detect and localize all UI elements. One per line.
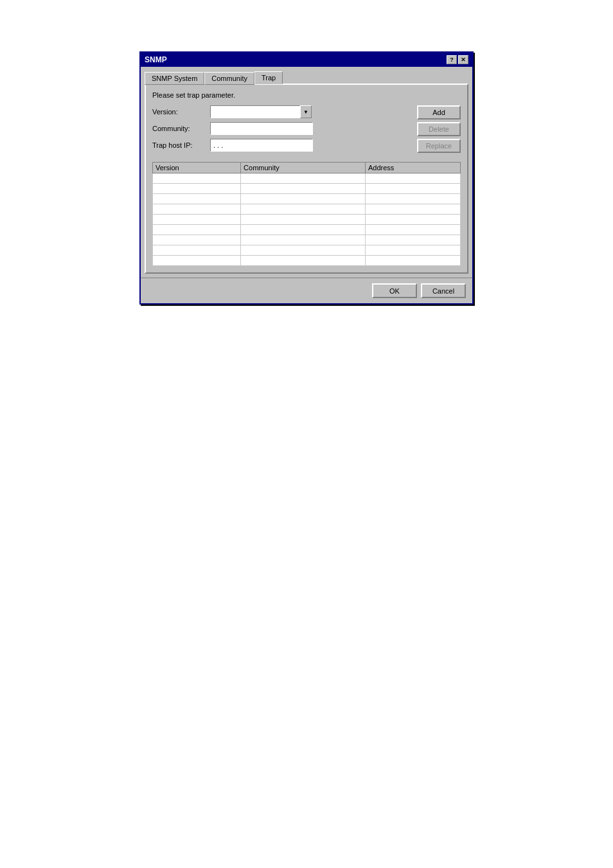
table-row[interactable] [153,184,461,194]
trap-host-label: Trap host IP: [152,141,210,149]
tab-bar: SNMP System Community Trap [145,71,468,84]
snmp-dialog: SNMP ? ✕ SNMP System Community Trap Plea… [139,51,474,305]
version-dropdown-arrow[interactable]: ▼ [300,105,312,118]
col-version: Version [153,163,241,173]
tab-snmp-system[interactable]: SNMP System [145,72,204,85]
ok-button[interactable]: OK [372,283,417,298]
table-header-row: Version Community Address [153,163,461,173]
buttons-section: Add Delete Replace [417,105,461,155]
trap-host-row: Trap host IP: . . . [152,139,411,152]
title-bar: SNMP ? ✕ [141,53,472,67]
instruction-text: Please set trap parameter. [152,91,461,99]
trap-host-ip-input[interactable]: . . . [210,139,313,152]
table-row[interactable] [153,245,461,256]
table-row[interactable] [153,173,461,184]
title-bar-controls: ? ✕ [447,55,468,64]
close-button[interactable]: ✕ [458,55,468,64]
table-container: Version Community Address [152,162,461,266]
table-row[interactable] [153,235,461,245]
version-label: Version: [152,108,210,116]
dialog-footer: OK Cancel [141,278,472,303]
col-address: Address [365,163,460,173]
table-row[interactable] [153,225,461,235]
table-row[interactable] [153,215,461,225]
tab-trap[interactable]: Trap [254,71,283,84]
table-row[interactable] [153,256,461,266]
tab-community[interactable]: Community [204,72,254,85]
table-row[interactable] [153,194,461,204]
form-section: Version: ▼ Community: Trap host IP: [152,105,411,155]
form-and-buttons: Version: ▼ Community: Trap host IP: [152,105,461,155]
delete-button[interactable]: Delete [417,122,461,136]
dialog-title: SNMP [145,55,167,64]
version-input[interactable] [210,105,300,118]
community-input[interactable] [210,122,313,135]
dialog-content: SNMP System Community Trap Please set tr… [141,67,472,278]
community-label: Community: [152,125,210,132]
version-dropdown-wrapper: ▼ [210,105,312,118]
cancel-button[interactable]: Cancel [421,283,466,298]
col-community: Community [241,163,366,173]
trap-table: Version Community Address [152,162,461,266]
community-row: Community: [152,122,411,135]
help-button[interactable]: ? [447,55,457,64]
table-row[interactable] [153,204,461,215]
version-row: Version: ▼ [152,105,411,118]
replace-button[interactable]: Replace [417,139,461,153]
add-button[interactable]: Add [417,105,461,120]
tab-content-trap: Please set trap parameter. Version: ▼ C [145,84,468,274]
